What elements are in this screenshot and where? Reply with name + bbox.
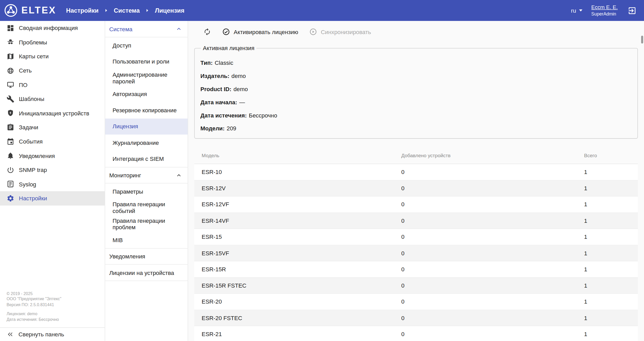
table-row: ESR-12V 0 1 [194, 180, 638, 196]
cell-model: ESR-20 FSTEC [194, 315, 401, 321]
bell-icon [6, 152, 14, 160]
field-value: Бессрочно [249, 112, 277, 118]
sidebar-item-events[interactable]: События [0, 134, 105, 149]
cell-added: 0 [401, 185, 584, 191]
submenu-item-authorization[interactable]: Авторизация [105, 86, 188, 102]
cell-model: ESR-20 [194, 298, 401, 305]
cell-added: 0 [401, 201, 584, 208]
license-field-type: Тип:Classic [201, 59, 632, 66]
submenu-section-label: Система [109, 26, 133, 32]
cell-added: 0 [401, 217, 584, 224]
submenu-item-license[interactable]: Лицензия [105, 118, 188, 135]
submenu-item-backup[interactable]: Резервное копирование [105, 102, 188, 118]
logout-icon [627, 6, 637, 15]
footer-license: Лицензия: demo [6, 311, 98, 316]
field-label: Product ID: [201, 86, 232, 92]
cell-total: 1 [584, 250, 638, 256]
globe-icon [6, 67, 14, 74]
table-row: ESR-21 0 1 [194, 326, 638, 341]
submenu-item-mib[interactable]: MIB [105, 232, 188, 248]
power-icon [6, 166, 14, 174]
network-map-icon [6, 52, 14, 60]
sidebar-item-snmp-trap[interactable]: SNMP trap [0, 163, 105, 177]
topbar: ELTEX Настройки Система Лицензия ru Eccm… [0, 0, 644, 21]
sidebar-item-templates[interactable]: Шаблоны [0, 92, 105, 106]
collapse-panel-button[interactable]: Свернуть панель [0, 327, 105, 341]
sidebar-item-label: Карты сети [19, 53, 49, 60]
sidebar-item-problems[interactable]: Проблемы [0, 35, 105, 49]
license-field-product-id: Product ID:demo [201, 86, 632, 92]
cell-model: ESR-15 [194, 234, 401, 240]
table-row: ESR-15VF 0 1 [194, 245, 638, 261]
table-row: ESR-15R FSTEC 0 1 [194, 277, 638, 294]
field-label: Тип: [201, 59, 213, 66]
breadcrumb-arrow-icon [104, 8, 108, 13]
submenu-section-label: Лицензии на устройства [109, 269, 174, 276]
sidebar-item-summary[interactable]: Сводная информация [0, 21, 105, 35]
cell-added: 0 [401, 250, 584, 256]
sidebar-item-settings[interactable]: Настройки [0, 191, 105, 205]
cell-total: 1 [584, 331, 638, 337]
cell-model: ESR-12V [194, 185, 401, 191]
sidebar-item-label: Задачи [19, 124, 38, 131]
cell-total: 1 [584, 169, 638, 175]
logout-button[interactable] [627, 5, 637, 16]
submenu-section-system[interactable]: Система [105, 21, 188, 37]
breadcrumb-license[interactable]: Лицензия [155, 7, 184, 14]
language-value: ru [571, 7, 576, 14]
sidebar-item-network-maps[interactable]: Карты сети [0, 49, 105, 64]
submenu-item-parameters[interactable]: Параметры [105, 183, 188, 200]
check-circle-icon [222, 28, 230, 36]
submenu-item-event-rules[interactable]: Правила генерации событий [105, 200, 188, 216]
field-label: Дата истечения: [201, 112, 247, 118]
sidebar-item-syslog[interactable]: Syslog [0, 177, 105, 191]
cell-model: ESR-15R FSTEC [194, 282, 401, 289]
sidebar-item-label: Уведомления [19, 153, 55, 159]
sidebar-item-label: События [19, 138, 43, 145]
refresh-button[interactable] [203, 28, 211, 36]
cell-model: ESR-10 [194, 169, 401, 175]
language-selector[interactable]: ru [571, 7, 582, 14]
cell-added: 0 [401, 331, 584, 337]
license-box-title: Активная лицензия [201, 45, 256, 51]
breadcrumb-system[interactable]: Система [114, 7, 140, 14]
submenu-item-notifications[interactable]: Уведомления [105, 248, 188, 265]
breadcrumb-settings[interactable]: Настройки [66, 7, 99, 14]
sidebar-item-label: ПО [19, 82, 27, 88]
submenu-item-siem[interactable]: Интеграция с SIEM [105, 151, 188, 167]
user-menu[interactable]: Eccm E. E. SuperAdmin [591, 4, 618, 17]
main-content: Активировать лицензию Синхронизировать А… [188, 21, 644, 341]
submenu-item-problem-rules[interactable]: Правила генерации проблем [105, 216, 188, 232]
cell-model: ESR-15VF [194, 250, 401, 256]
sidebar-item-device-init[interactable]: Инициализация устройств [0, 106, 105, 120]
eltex-logo[interactable]: ELTEX [0, 4, 62, 17]
footer-expiry: Дата истечения: Бессрочно [6, 316, 98, 322]
submenu-item-users-roles[interactable]: Пользователи и роли [105, 53, 188, 70]
sidebar-item-tasks[interactable]: Задачи [0, 120, 105, 134]
activate-license-button[interactable]: Активировать лицензию [222, 28, 298, 36]
user-name: Eccm E. E. [591, 4, 618, 11]
submenu-section-label: Мониторинг [109, 172, 141, 178]
submenu-item-journaling[interactable]: Журналирование [105, 134, 188, 151]
sidebar-item-software[interactable]: ПО [0, 78, 105, 92]
sidebar-item-notifications[interactable]: Уведомления [0, 149, 105, 163]
sidebar-item-label: SNMP trap [19, 167, 47, 173]
submenu-section-monitoring[interactable]: Мониторинг [105, 167, 188, 184]
sidebar-item-network[interactable]: Сеть [0, 64, 105, 78]
table-header-total: Всего [584, 153, 638, 158]
sidebar-item-label: Инициализация устройств [19, 110, 89, 116]
submenu-item-password-admin[interactable]: Администрирование паролей [105, 70, 188, 86]
sync-button[interactable]: Синхронизировать [309, 28, 371, 36]
sidebar-item-label: Шаблоны [19, 96, 44, 102]
submenu-item-device-licenses[interactable]: Лицензии на устройства [105, 265, 188, 281]
dashboard-icon [6, 24, 14, 32]
breadcrumb: Настройки Система Лицензия [66, 7, 185, 14]
scrollbar-thumb[interactable] [641, 36, 643, 43]
submenu-item-access[interactable]: Доступ [105, 37, 188, 54]
field-label: Дата начала: [201, 99, 237, 105]
collapse-panel-label: Свернуть панель [19, 331, 64, 338]
cell-model: ESR-14VF [194, 217, 401, 224]
chevron-up-icon [176, 26, 182, 32]
topbar-right: ru Eccm E. E. SuperAdmin [571, 4, 644, 17]
breadcrumb-arrow-icon [145, 8, 149, 13]
